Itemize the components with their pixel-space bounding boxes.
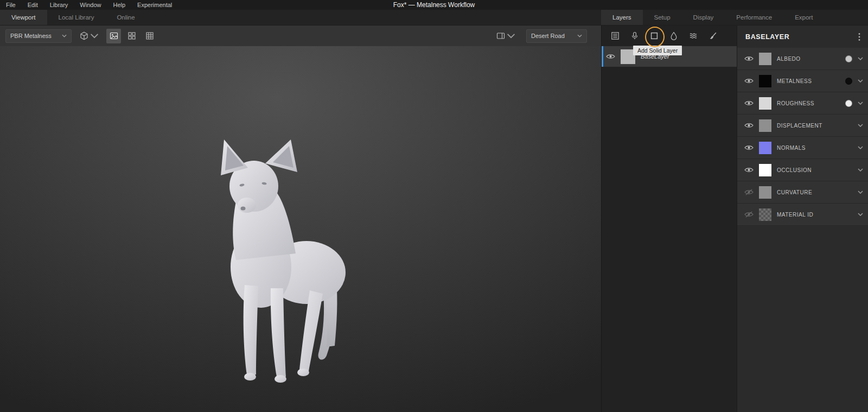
chevron-down-icon[interactable] [858,124,863,127]
channel-swatch[interactable] [759,75,771,87]
tab-bar: Viewport Local Library Online Layers Set… [0,10,868,26]
layer-list: BaseLayer [602,46,737,412]
viewport-toolbar: PBR Metalness [0,26,601,46]
channel-swatch[interactable] [759,119,771,132]
properties-title: BASELAYER [745,33,856,41]
channel-label: MATERIAL ID [777,212,852,218]
decal-layer-icon[interactable] [628,29,642,43]
kebab-menu-icon[interactable] [856,33,863,41]
panel-tab[interactable]: Setup [643,10,682,25]
channel-label: METALNESS [777,78,840,84]
channel-label: CURVATURE [777,189,852,195]
shading-mode-value: PBR Metalness [10,33,52,39]
menu-item[interactable]: Experimental [131,2,178,8]
properties-header: BASELAYER [737,26,868,48]
menu-item[interactable]: Edit [22,2,44,8]
channel-color-dot[interactable] [845,55,852,62]
channel-row[interactable]: OCCLUSION [737,159,868,181]
channel-swatch[interactable] [759,97,771,110]
channel-visibility-icon[interactable] [744,144,754,151]
channel-visibility-icon[interactable] [744,211,754,218]
environment-select[interactable]: Desert Road [526,29,587,43]
chevron-down-icon[interactable] [858,102,863,105]
content-area: PBR Metalness [0,26,868,412]
channel-row[interactable]: CURVATURE [737,181,868,204]
channel-visibility-icon[interactable] [744,189,754,195]
channel-label: DISPLACEMENT [777,123,852,129]
viewport-display-buttons [106,29,157,43]
channel-visibility-icon[interactable] [744,78,754,84]
channel-visibility-icon[interactable] [744,122,754,129]
panel-tab[interactable]: Export [783,10,824,25]
channel-visibility-icon[interactable] [744,100,754,106]
channel-label: OCCLUSION [777,167,852,173]
primary-tab[interactable]: Local Library [47,10,106,25]
channel-swatch[interactable] [759,208,771,221]
cube-icon [80,31,88,40]
channel-label: NORMALS [777,145,852,151]
mesh-display-dropdown[interactable] [78,29,100,43]
channel-row[interactable]: ROUGHNESS [737,92,868,115]
menu-item[interactable]: Library [44,2,74,8]
menu-bar: File Edit Library Window Help Experiment… [0,0,868,10]
shading-mode-select[interactable]: PBR Metalness [5,29,72,43]
paint-layer-icon[interactable] [706,29,720,43]
channel-row[interactable]: MATERIAL ID [737,204,868,226]
panel-tab[interactable]: Performance [725,10,783,25]
channel-swatch[interactable] [759,142,771,154]
menu-item[interactable]: Help [107,2,131,8]
chevron-down-icon[interactable] [858,79,863,83]
channel-row[interactable]: NORMALS [737,137,868,159]
chevron-down-icon [62,34,67,37]
quad-view-button[interactable] [124,29,139,43]
surface-layer-icon[interactable] [608,29,622,43]
grid-2x2-icon [127,31,136,40]
menu-item[interactable]: File [0,2,22,8]
environment-value: Desert Road [531,33,565,39]
smart-material-icon[interactable] [686,29,700,43]
fox-model [220,140,355,389]
viewport-column: PBR Metalness [0,26,601,412]
viewport-toolbar-right: Desert Road [495,29,587,43]
app-window: File Edit Library Window Help Experiment… [0,0,868,412]
channel-visibility-icon[interactable] [744,167,754,173]
properties-empty-area [737,226,868,412]
chevron-down-icon[interactable] [858,146,863,149]
channel-list: ALBEDO META [737,48,868,226]
chevron-down-icon[interactable] [858,168,863,172]
channel-row[interactable]: DISPLACEMENT [737,115,868,137]
channel-visibility-icon[interactable] [744,55,754,62]
channel-label: ALBEDO [777,56,840,62]
chevron-down-icon[interactable] [858,191,863,194]
panel-tab[interactable]: Layers [601,10,643,25]
grid-view-button[interactable] [142,29,157,43]
layer-visibility-icon[interactable] [606,53,615,60]
chevron-down-icon[interactable] [858,57,863,60]
grid-3x3-icon [145,31,154,40]
3d-viewport[interactable] [0,46,601,412]
tooltip: Add Solid Layer [633,46,682,55]
solid-layer-icon[interactable] [647,29,661,43]
tab-bar-spacer [146,10,601,25]
channel-row[interactable]: METALNESS [737,70,868,92]
channel-swatch[interactable] [759,53,771,65]
channel-color-dot[interactable] [845,100,852,107]
panel-tabs: Layers Setup Display Performance Export [601,10,868,25]
chevron-down-icon [90,31,99,40]
menu-item[interactable]: Window [74,2,107,8]
channel-swatch[interactable] [759,186,771,199]
layer-properties-panel: BASELAYER [737,26,868,412]
layers-toolbar [602,26,737,46]
primary-tab[interactable]: Viewport [0,10,47,25]
liquid-layer-icon[interactable] [667,29,681,43]
single-view-button[interactable] [106,29,121,43]
channel-swatch[interactable] [759,164,771,176]
chevron-down-icon [507,31,515,40]
panel-tab[interactable]: Display [682,10,725,25]
panel-layout-icon [496,31,505,40]
chevron-down-icon[interactable] [858,213,863,216]
panel-layout-dropdown[interactable] [495,29,516,43]
channel-color-dot[interactable] [845,78,852,85]
channel-row[interactable]: ALBEDO [737,48,868,70]
primary-tab[interactable]: Online [105,10,146,25]
